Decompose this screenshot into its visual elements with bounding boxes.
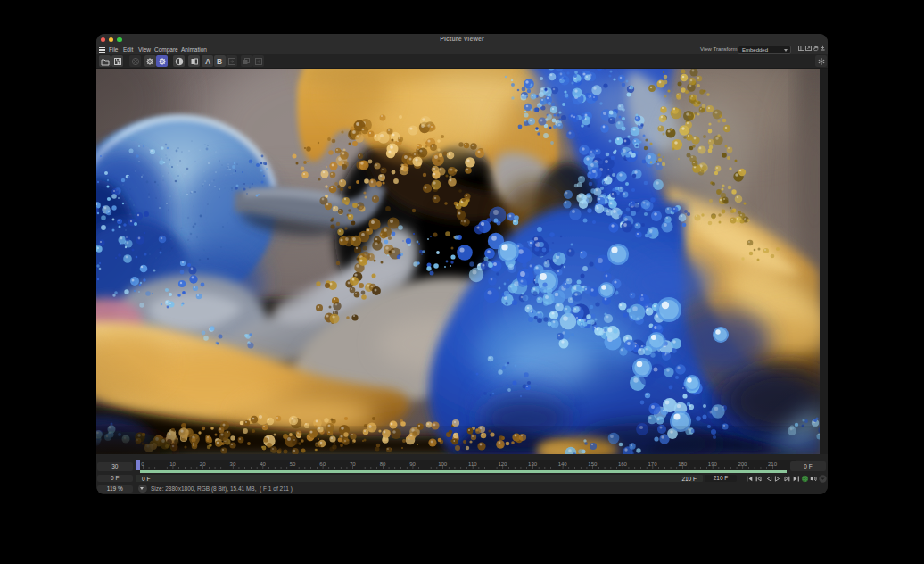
- svg-text:A: A: [204, 57, 210, 66]
- svg-text:B: B: [217, 57, 222, 66]
